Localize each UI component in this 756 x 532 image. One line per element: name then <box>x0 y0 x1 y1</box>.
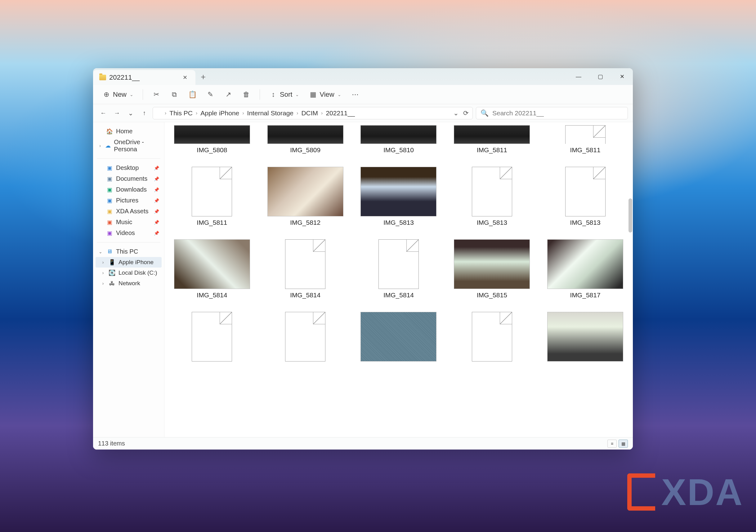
home-icon: 🏠 <box>106 128 113 135</box>
file-item[interactable] <box>170 310 254 363</box>
breadcrumb-segment[interactable]: Internal Storage <box>246 109 295 117</box>
file-item[interactable] <box>450 310 534 363</box>
up-button[interactable]: ↑ <box>139 108 149 118</box>
sidebar-quick-desktop[interactable]: ▣ Desktop 📌 <box>95 163 162 173</box>
search-input[interactable] <box>492 110 623 117</box>
back-button[interactable]: ← <box>98 108 109 118</box>
sidebar-label: Apple iPhone <box>119 259 153 266</box>
sidebar-item-local-disk-c-[interactable]: › 💽 Local Disk (C:) <box>95 267 162 278</box>
sidebar-item-this-pc[interactable]: ⌄ 🖥 This PC <box>95 246 162 257</box>
minimize-button[interactable]: — <box>568 68 589 85</box>
file-item[interactable]: IMG_5813 <box>357 165 441 228</box>
search-box[interactable]: 🔍 <box>476 107 628 119</box>
chevron-right-icon[interactable]: › <box>100 260 105 265</box>
tab-close-button[interactable]: ✕ <box>180 72 190 83</box>
folder-icon: ▣ <box>106 186 113 193</box>
tab-title: 202211__ <box>109 73 140 82</box>
sidebar-item-network[interactable]: › 🖧 Network <box>95 278 162 289</box>
sidebar-label: OneDrive - Persona <box>114 139 159 153</box>
paste-button[interactable]: 📋 <box>185 88 200 101</box>
sidebar-quick-music[interactable]: ▣ Music 📌 <box>95 217 162 228</box>
refresh-button[interactable]: ⟳ <box>463 110 469 117</box>
copy-button[interactable]: ⧉ <box>167 88 182 101</box>
recent-locations-button[interactable]: ⌄ <box>125 108 136 118</box>
titlebar: 202211__ ✕ ＋ — ▢ ✕ <box>93 68 633 85</box>
file-item[interactable]: IMG_5809 <box>263 123 347 156</box>
file-item[interactable]: IMG_5813 <box>543 165 627 228</box>
file-item[interactable]: IMG_5814 <box>170 238 254 301</box>
view-label: View <box>319 90 334 99</box>
breadcrumb-segment[interactable]: DCIM <box>300 109 319 117</box>
file-item[interactable]: IMG_5811 <box>450 123 534 156</box>
image-thumbnail <box>547 312 623 362</box>
more-button[interactable]: ⋯ <box>347 88 363 101</box>
chevron-down-icon[interactable]: ⌄ <box>98 249 103 254</box>
copy-icon: ⧉ <box>170 90 178 99</box>
chevron-right-icon[interactable]: › <box>100 270 105 275</box>
new-tab-button[interactable]: ＋ <box>196 68 211 85</box>
file-item[interactable]: IMG_5808 <box>170 123 254 156</box>
image-thumbnail <box>547 239 623 289</box>
history-dropdown-button[interactable]: ⌄ <box>453 110 459 117</box>
close-window-button[interactable]: ✕ <box>611 68 633 85</box>
file-item[interactable]: IMG_5813 <box>450 165 534 228</box>
sort-button[interactable]: ↕ Sort ⌄ <box>265 88 303 101</box>
file-item[interactable]: IMG_5811 <box>170 165 254 228</box>
delete-button[interactable]: 🗑 <box>239 88 254 101</box>
details-view-button[interactable]: ≡ <box>608 440 617 448</box>
sidebar-label: Home <box>116 128 132 135</box>
sidebar-quick-pictures[interactable]: ▣ Pictures 📌 <box>95 195 162 206</box>
file-item[interactable] <box>263 310 347 363</box>
file-item[interactable]: IMG_5815 <box>450 238 534 301</box>
tab-current[interactable]: 202211__ ✕ <box>93 70 196 85</box>
file-item[interactable]: IMG_5817 <box>543 238 627 301</box>
share-button[interactable]: ↗ <box>221 88 236 101</box>
forward-button[interactable]: → <box>112 108 122 118</box>
file-item[interactable] <box>543 310 627 363</box>
sidebar-quick-documents[interactable]: ▣ Documents 📌 <box>95 173 162 184</box>
image-thumbnail <box>454 239 530 289</box>
chevron-right-icon: › <box>165 110 166 116</box>
folder-icon: ▣ <box>106 219 113 226</box>
sidebar-quick-videos[interactable]: ▣ Videos 📌 <box>95 228 162 239</box>
sidebar-label: Desktop <box>116 164 139 171</box>
cut-button[interactable]: ✂ <box>148 88 164 101</box>
breadcrumb-segment[interactable]: This PC <box>168 109 194 117</box>
address-bar: ← → ⌄ ↑ › This PC › Apple iPhone › Inter… <box>93 104 633 122</box>
image-thumbnail <box>267 125 343 144</box>
file-item[interactable] <box>357 310 441 363</box>
file-item[interactable]: IMG_5814 <box>263 238 347 301</box>
window-controls: — ▢ ✕ <box>568 68 633 85</box>
file-item[interactable]: IMG_5810 <box>357 123 441 156</box>
new-button[interactable]: ⊕ New ⌄ <box>99 88 137 101</box>
file-item[interactable]: IMG_5814 <box>357 238 441 301</box>
breadcrumb-segment[interactable]: 202211__ <box>324 109 356 117</box>
scissors-icon: ✂ <box>152 90 160 99</box>
chevron-right-icon[interactable]: › <box>98 143 102 148</box>
file-grid-area[interactable]: IMG_5808 IMG_5809 IMG_5810 IMG_5811 IMG_… <box>164 122 633 437</box>
file-item[interactable]: IMG_5812 <box>263 165 347 228</box>
file-name: IMG_5814 <box>383 291 414 299</box>
sidebar-item-onedrive[interactable]: › ☁ OneDrive - Persona <box>95 137 162 155</box>
rename-button[interactable]: ✎ <box>202 88 218 101</box>
folder-icon <box>99 75 106 80</box>
file-item[interactable]: IMG_5811 <box>543 123 627 156</box>
maximize-button[interactable]: ▢ <box>589 68 611 85</box>
large-icons-view-button[interactable]: ▦ <box>619 440 628 448</box>
generic-file-icon <box>378 239 419 289</box>
breadcrumb-segment[interactable]: Apple iPhone <box>199 109 240 117</box>
sidebar-label: Videos <box>116 229 135 237</box>
file-name: IMG_5813 <box>477 219 507 226</box>
sidebar-item-apple-iphone[interactable]: › 📱 Apple iPhone <box>95 257 162 267</box>
sidebar-item-home[interactable]: 🏠 Home <box>95 126 162 137</box>
pin-icon: 📌 <box>154 209 159 214</box>
sidebar-label: This PC <box>116 248 138 255</box>
chevron-right-icon[interactable]: › <box>100 281 105 286</box>
breadcrumb[interactable]: › This PC › Apple iPhone › Internal Stor… <box>153 107 473 119</box>
scrollbar-thumb[interactable] <box>629 198 632 233</box>
separator <box>143 89 143 100</box>
chevron-right-icon: › <box>196 110 197 116</box>
sidebar-quick-xda-assets[interactable]: ▣ XDA Assets 📌 <box>95 206 162 217</box>
view-button[interactable]: ▦ View ⌄ <box>305 88 345 101</box>
sidebar-quick-downloads[interactable]: ▣ Downloads 📌 <box>95 184 162 195</box>
